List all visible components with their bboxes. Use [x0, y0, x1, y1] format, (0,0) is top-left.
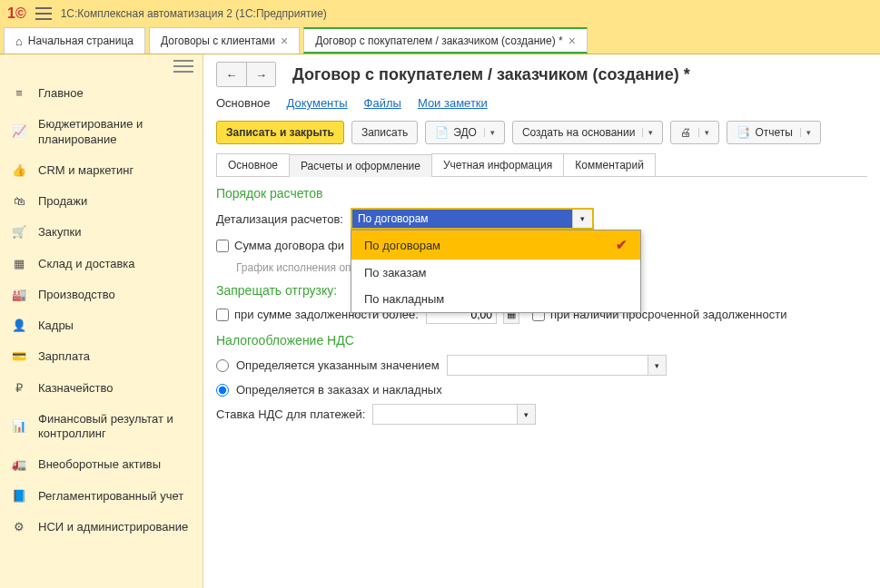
sidebar-label: Склад и доставка — [38, 257, 135, 271]
sidebar-label: Главное — [38, 86, 84, 101]
sidebar-label: CRM и маркетинг — [38, 163, 133, 178]
titlebar: 1© 1С:Комплексная автоматизация 2 (1С:Пр… — [0, 0, 880, 27]
close-icon[interactable]: × — [569, 34, 576, 48]
tab-label: Договоры с клиентами — [161, 34, 275, 47]
detail-combobox[interactable]: ▾ — [351, 208, 594, 230]
tab-label: Начальная страница — [28, 34, 133, 47]
dropdown-option[interactable]: По накладным — [351, 286, 640, 312]
sum-fixed-label: Сумма договора фи — [234, 239, 344, 252]
chevron-down-icon: ▾ — [698, 128, 709, 137]
vat-opt2-radio[interactable] — [216, 384, 229, 397]
sidebar-item-12[interactable]: 📘Регламентированный учет — [0, 481, 203, 512]
tab-contracts[interactable]: Договоры с клиентами × — [149, 27, 300, 54]
vat-value-select[interactable]: ▾ — [447, 355, 667, 376]
nav-buttons: ← → — [216, 62, 276, 87]
check-icon: ✔ — [616, 237, 628, 253]
doctab-account[interactable]: Учетная информация — [431, 153, 564, 176]
debt-checkbox[interactable] — [216, 309, 229, 321]
sidebar-icon: ⚙ — [11, 520, 27, 534]
subnav: Основное Документы Файлы Мои заметки — [216, 96, 867, 110]
sidebar-icon: 👤 — [11, 318, 27, 333]
doctab-main[interactable]: Основное — [216, 153, 290, 176]
dropdown-option[interactable]: По договорам✔ — [351, 230, 640, 260]
chevron-down-icon[interactable]: ▾ — [517, 405, 535, 424]
tab-home[interactable]: ⌂ Начальная страница — [4, 27, 145, 54]
sidebar-label: Продажи — [38, 194, 87, 209]
chevron-down-icon: ▾ — [642, 128, 653, 137]
section-vat: Налогообложение НДС — [216, 333, 867, 348]
sidebar-item-5[interactable]: ▦Склад и доставка — [0, 249, 203, 279]
sidebar-icon: 🛍 — [11, 194, 27, 209]
edo-button[interactable]: 📄ЭДО▾ — [425, 121, 505, 144]
sidebar-label: Бюджетирование и планирование — [38, 117, 192, 147]
doctab-calc[interactable]: Расчеты и оформление — [289, 154, 432, 177]
sidebar-item-1[interactable]: 📈Бюджетирование и планирование — [0, 109, 203, 155]
toolbar: Записать и закрыть Записать 📄ЭДО▾ Создат… — [216, 121, 867, 144]
doc-icon: 📄 — [435, 126, 449, 139]
subnav-main[interactable]: Основное — [216, 96, 271, 110]
sidebar-item-2[interactable]: 👍CRM и маркетинг — [0, 155, 203, 186]
detail-dropdown: По договорам✔ По заказам По накладным — [351, 230, 641, 313]
chevron-down-icon: ▾ — [484, 128, 495, 137]
sidebar-item-8[interactable]: 💳Зарплата — [0, 341, 203, 372]
sidebar-icon: 🚛 — [11, 457, 27, 472]
sidebar-icon: 💳 — [11, 349, 27, 364]
close-icon[interactable]: × — [281, 34, 288, 48]
print-icon: 🖨 — [680, 126, 691, 139]
sidebar-item-6[interactable]: 🏭Производство — [0, 279, 203, 310]
sidebar-icon: ≡ — [11, 86, 27, 101]
sidebar-label: НСИ и администрирование — [38, 520, 188, 534]
print-button[interactable]: 🖨▾ — [670, 121, 719, 144]
sidebar-item-7[interactable]: 👤Кадры — [0, 310, 203, 341]
detail-input[interactable] — [352, 210, 572, 228]
logo-1c: 1© — [7, 5, 26, 22]
sidebar-icon: 📈 — [11, 124, 27, 139]
sidebar-icon: 📊 — [11, 419, 27, 434]
report-icon: 📑 — [737, 126, 750, 139]
sidebar-icon: 🛒 — [11, 225, 27, 240]
sidebar-item-10[interactable]: 📊Финансовый результат и контроллинг — [0, 404, 203, 450]
sidebar-item-0[interactable]: ≡Главное — [0, 78, 203, 109]
sidebar-item-13[interactable]: ⚙НСИ и администрирование — [0, 512, 203, 543]
save-close-button[interactable]: Записать и закрыть — [216, 121, 344, 144]
app-title: 1С:Комплексная автоматизация 2 (1С:Предп… — [61, 7, 327, 20]
tab-contract-create[interactable]: Договор с покупателем / заказчиком (созд… — [303, 27, 588, 54]
sidebar-label: Кадры — [38, 318, 74, 333]
vat-opt1-label: Определяется указанным значением — [236, 358, 440, 372]
forward-button[interactable]: → — [246, 63, 275, 86]
home-icon: ⌂ — [15, 34, 23, 48]
sidebar-menu-icon[interactable] — [173, 60, 193, 73]
chevron-down-icon[interactable]: ▾ — [648, 356, 666, 375]
content-area: ← → Договор с покупателем / заказчиком (… — [203, 54, 880, 588]
doctab-comment[interactable]: Комментарий — [563, 153, 656, 176]
sidebar-label: Внеоборотные активы — [38, 457, 161, 472]
sidebar-label: Производство — [38, 288, 115, 302]
sidebar-icon: ₽ — [11, 381, 27, 396]
sidebar-item-4[interactable]: 🛒Закупки — [0, 217, 203, 248]
subnav-notes[interactable]: Мои заметки — [418, 96, 488, 110]
back-button[interactable]: ← — [217, 63, 246, 86]
create-based-button[interactable]: Создать на основании▾ — [512, 121, 664, 144]
sidebar-label: Финансовый результат и контроллинг — [38, 412, 192, 442]
sidebar-label: Регламентированный учет — [38, 489, 183, 504]
sum-fixed-checkbox[interactable] — [216, 240, 229, 252]
subnav-files[interactable]: Файлы — [364, 96, 401, 110]
doc-tabs: Основное Расчеты и оформление Учетная ин… — [216, 153, 867, 177]
chevron-down-icon: ▾ — [800, 128, 811, 137]
dropdown-option[interactable]: По заказам — [351, 260, 640, 286]
save-button[interactable]: Записать — [351, 121, 418, 144]
detail-label: Детализация расчетов: — [216, 212, 343, 226]
reports-button[interactable]: 📑Отчеты▾ — [727, 121, 820, 144]
sidebar-item-3[interactable]: 🛍Продажи — [0, 186, 203, 217]
vat-opt1-radio[interactable] — [216, 359, 229, 372]
sidebar-item-9[interactable]: ₽Казначейство — [0, 373, 203, 404]
chevron-down-icon[interactable]: ▾ — [572, 210, 592, 228]
sidebar-item-11[interactable]: 🚛Внеоборотные активы — [0, 449, 203, 480]
sidebar-label: Зарплата — [38, 349, 90, 364]
menu-icon[interactable] — [35, 7, 52, 20]
window-tabs: ⌂ Начальная страница Договоры с клиентам… — [0, 27, 880, 54]
sidebar-icon: 👍 — [11, 163, 27, 178]
subnav-docs[interactable]: Документы — [287, 96, 348, 110]
vat-rate-select[interactable]: ▾ — [372, 404, 536, 425]
sidebar-icon: ▦ — [11, 257, 27, 271]
